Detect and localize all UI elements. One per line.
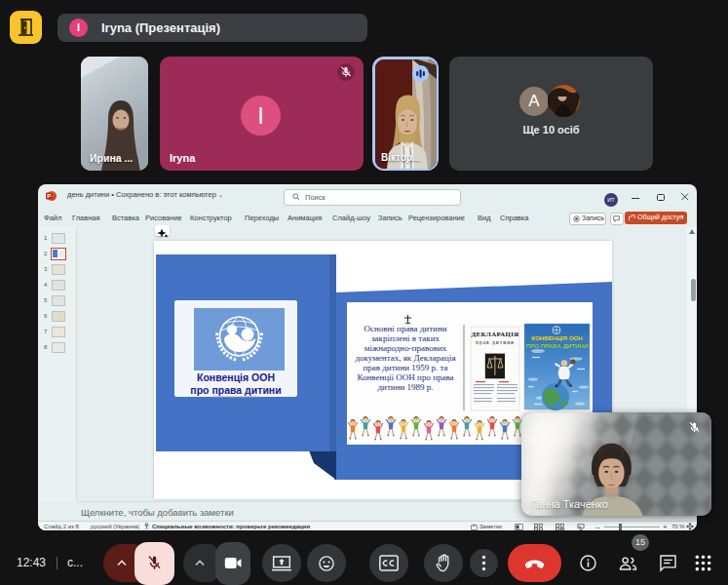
svg-text:P: P xyxy=(47,193,51,199)
